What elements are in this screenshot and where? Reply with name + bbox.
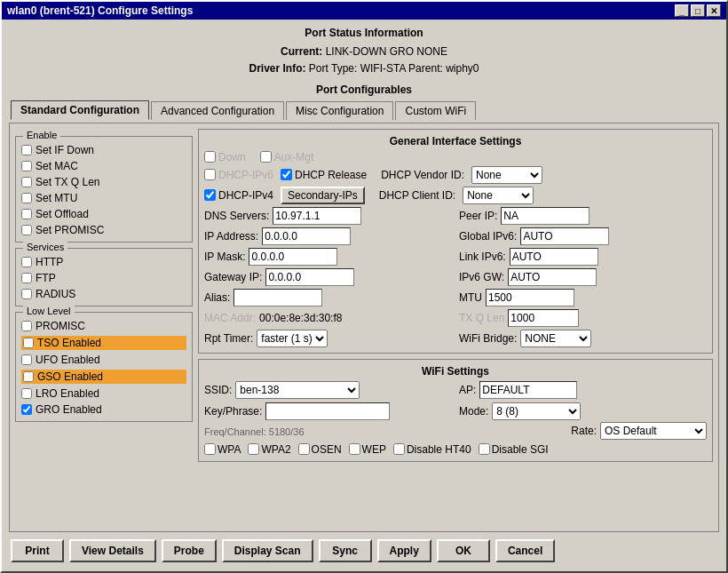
probe-button[interactable]: Probe	[162, 539, 217, 562]
dhcp-release-checkbox[interactable]	[281, 169, 292, 180]
radius-row: RADIUS	[21, 288, 186, 300]
ufo-enabled-label: UFO Enabled	[36, 354, 100, 366]
aux-mgt-checkbox[interactable]	[260, 151, 272, 163]
ssid-label: SSID:	[204, 384, 232, 396]
ipv6-gw-label: IPv6 GW:	[459, 271, 504, 283]
ipv6-gw-input[interactable]	[508, 268, 597, 286]
dns-input[interactable]	[273, 207, 361, 225]
wpa-checkbox[interactable]	[204, 443, 216, 455]
wifi-bridge-select[interactable]: NONE	[520, 330, 591, 347]
ok-button[interactable]: OK	[437, 539, 490, 562]
peer-ip-input[interactable]	[501, 207, 590, 225]
gateway-input[interactable]	[265, 268, 354, 286]
display-scan-button[interactable]: Display Scan	[222, 539, 313, 562]
peer-ip-field: Peer IP:	[459, 207, 707, 225]
tab-misc-configuration[interactable]: Misc Configuration	[286, 101, 393, 120]
close-button[interactable]: ✕	[707, 4, 721, 17]
disable-ht40-checkbox[interactable]	[393, 443, 405, 455]
tabs-container: Standard Configuration Advanced Configur…	[9, 99, 719, 119]
alias-label: Alias:	[204, 291, 230, 304]
set-offload-checkbox[interactable]	[21, 209, 32, 219]
set-if-down-label: Set IF Down	[36, 144, 94, 156]
set-if-down-row: Set IF Down	[21, 144, 186, 156]
mac-addr-value: 00:0e:8e:3d:30:f8	[259, 312, 342, 324]
set-mac-checkbox[interactable]	[21, 161, 32, 171]
osen-checkbox[interactable]	[298, 443, 310, 455]
alias-input[interactable]	[233, 289, 322, 306]
rate-select[interactable]: OS Default	[600, 422, 707, 440]
tso-enabled-checkbox[interactable]	[23, 338, 34, 348]
tab-advanced-configuration[interactable]: Advanced Configuration	[151, 101, 284, 120]
left-panel: Enable Set IF Down Set MAC Set TX Q Len	[15, 129, 193, 526]
lro-enabled-label: LRO Enabled	[36, 387, 99, 400]
dhcp-client-select[interactable]: None	[463, 187, 534, 204]
gso-enabled-checkbox[interactable]	[23, 371, 34, 382]
ssid-select[interactable]: ben-138	[235, 381, 360, 399]
view-details-button[interactable]: View Details	[69, 539, 156, 562]
mode-select[interactable]: 8 (8)	[492, 402, 581, 420]
secondary-ips-button[interactable]: Secondary-IPs	[281, 187, 365, 204]
tab-standard-configuration[interactable]: Standard Configuration	[11, 100, 149, 120]
dhcp-vendor-id-label: DHCP Vendor ID:	[381, 169, 464, 181]
http-label: HTTP	[36, 256, 63, 268]
wep-checkbox[interactable]	[349, 443, 360, 455]
cancel-button[interactable]: Cancel	[495, 539, 555, 562]
rpt-timer-select[interactable]: faster (1 s)	[257, 330, 328, 347]
tx-q-field: TX Q Len	[459, 309, 707, 327]
dhcpv4-row: DHCP-IPv4 Secondary-IPs DHCP Client ID: …	[204, 187, 707, 204]
set-promisc-label: Set PROMISC	[36, 224, 104, 236]
ftp-label: FTP	[36, 272, 56, 284]
tx-q-input[interactable]	[508, 309, 579, 327]
radius-checkbox[interactable]	[21, 289, 32, 299]
maximize-button[interactable]: □	[691, 4, 705, 17]
dhcpv6-checkbox[interactable]	[204, 169, 216, 180]
wifi-checks-row: WPA WPA2 OSEN WEP	[204, 443, 707, 456]
ufo-enabled-checkbox[interactable]	[21, 354, 32, 365]
dhcpv6-label: DHCP-IPv6	[218, 169, 273, 181]
wpa2-checkbox[interactable]	[248, 443, 259, 455]
ssid-field: SSID: ben-138	[204, 381, 452, 399]
tab-custom-wifi[interactable]: Custom WiFi	[395, 101, 476, 120]
set-if-down-checkbox[interactable]	[21, 145, 32, 155]
mtu-field: MTU	[459, 289, 707, 306]
ftp-row: FTP	[21, 272, 186, 284]
global-ipv6-field: Global IPv6:	[459, 227, 707, 245]
gro-enabled-checkbox[interactable]	[21, 404, 32, 415]
ip-mask-input[interactable]	[249, 248, 337, 266]
wifi-settings-title: WiFi Settings	[204, 365, 707, 378]
ap-input[interactable]	[479, 381, 577, 399]
disable-sgi-checkbox[interactable]	[479, 443, 490, 455]
ftp-checkbox[interactable]	[21, 273, 32, 283]
main-window: wlan0 (brent-521) Configure Settings _ □…	[0, 0, 728, 573]
dhcpv6-row: DHCP-IPv6 DHCP Release DHCP Vendor ID: N…	[204, 166, 707, 184]
down-label: Down	[218, 151, 246, 163]
set-tx-q-len-checkbox[interactable]	[21, 177, 32, 187]
minimize-button[interactable]: _	[675, 4, 689, 17]
current-row: Current: LINK-DOWN GRO NONE	[9, 44, 719, 60]
lro-enabled-checkbox[interactable]	[21, 388, 32, 399]
main-content: Port Status Information Current: LINK-DO…	[2, 20, 726, 571]
mtu-input[interactable]	[486, 289, 574, 306]
link-ipv6-input[interactable]	[510, 248, 598, 266]
http-checkbox[interactable]	[21, 257, 32, 267]
mac-addr-label: MAC Addr:	[204, 312, 256, 324]
set-promisc-checkbox[interactable]	[21, 225, 32, 235]
sync-button[interactable]: Sync	[319, 539, 372, 562]
set-mtu-checkbox[interactable]	[21, 193, 32, 203]
global-ipv6-input[interactable]	[520, 227, 609, 245]
title-bar: wlan0 (brent-521) Configure Settings _ □…	[2, 2, 726, 20]
dhcp-vendor-select[interactable]: None	[471, 166, 542, 184]
wpa2-check: WPA2	[248, 443, 290, 456]
apply-button[interactable]: Apply	[377, 539, 431, 562]
ip-address-input[interactable]	[262, 227, 351, 245]
down-checkbox[interactable]	[204, 151, 216, 163]
dhcpv4-checkbox[interactable]	[204, 189, 216, 201]
key-phrase-input[interactable]	[265, 402, 390, 420]
ip-address-label: IP Address:	[204, 230, 258, 243]
promisc-checkbox[interactable]	[21, 321, 32, 331]
set-mtu-row: Set MTU	[21, 192, 186, 204]
gateway-field: Gateway IP:	[204, 268, 452, 286]
current-label: Current:	[281, 45, 322, 58]
print-button[interactable]: Print	[11, 539, 64, 562]
general-settings-title: General Interface Settings	[204, 135, 707, 147]
